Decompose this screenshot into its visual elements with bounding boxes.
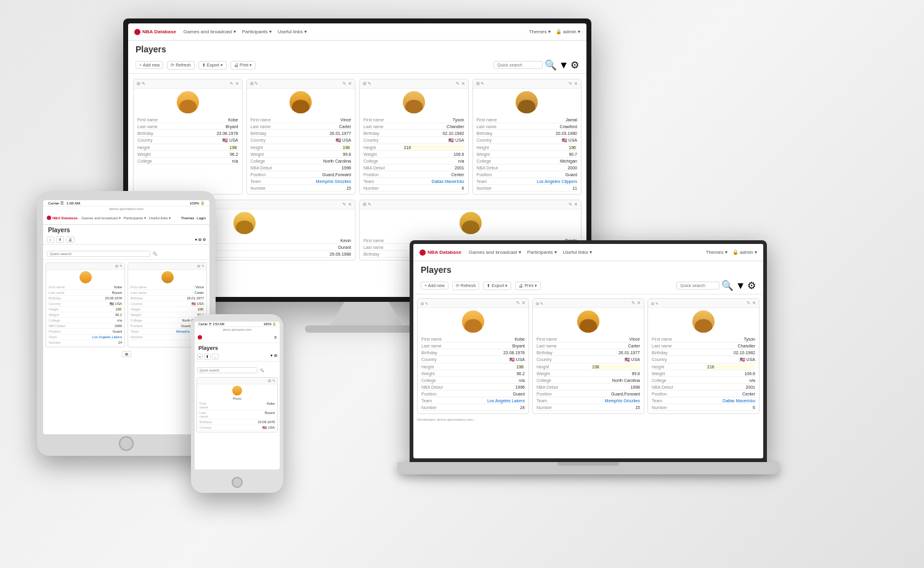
add-new-button[interactable]: + Add new bbox=[421, 282, 448, 290]
field-weight: Weight99.8 bbox=[251, 151, 352, 158]
tablet-home-button[interactable] bbox=[119, 436, 134, 451]
edit-icon[interactable]: ✎ bbox=[230, 81, 233, 86]
filter-icon[interactable]: ▼ bbox=[736, 280, 745, 291]
field-number: Number11 bbox=[477, 185, 578, 192]
export-btn[interactable]: ⬆ bbox=[56, 236, 64, 243]
add-btn[interactable]: + bbox=[47, 237, 54, 243]
card-type-icon: ⊞ ✎ bbox=[250, 81, 259, 86]
delete-icon[interactable]: ✕ bbox=[574, 202, 578, 207]
delete-icon[interactable]: ✕ bbox=[348, 81, 352, 86]
edit-icon[interactable]: ✎ bbox=[272, 379, 275, 383]
nav-games[interactable]: Games and broadcast ▾ bbox=[184, 29, 236, 34]
card-header: ⊞ ✎ bbox=[197, 378, 277, 384]
delete-icon[interactable]: ✕ bbox=[522, 301, 525, 306]
player-card-vince: ⊞ ✎✎✕ First nameVince Last nameCarter Bi… bbox=[532, 298, 644, 414]
desktop-navbar: NBA Database Games and broadcast ▾ Parti… bbox=[128, 23, 586, 41]
nav-participants[interactable]: Participants ▾ bbox=[124, 216, 146, 220]
delete-icon[interactable]: ✕ bbox=[348, 202, 352, 207]
pagination: ⊞ bbox=[43, 350, 209, 359]
nav-useful[interactable]: Useful links ▾ bbox=[278, 29, 307, 34]
nav-games[interactable]: Games and broadcast ▾ bbox=[81, 216, 121, 220]
edit-icon[interactable]: ✎ bbox=[631, 301, 635, 306]
nav-games[interactable]: Games and broadcast ▾ bbox=[469, 250, 521, 255]
themes[interactable]: Themes bbox=[181, 216, 195, 220]
battery: 100% 🔋 bbox=[264, 322, 276, 326]
delete-icon[interactable]: ✕ bbox=[235, 81, 239, 86]
card-header: ⊞ ✎ bbox=[128, 263, 206, 270]
desktop-cards-grid: ⊞ ✎ ✎ ✕ First nameKobe Last bbox=[128, 74, 586, 200]
delete-icon[interactable]: ✕ bbox=[637, 301, 641, 306]
field-position: PositionCenter bbox=[363, 171, 464, 178]
edit-icon[interactable]: ✎ bbox=[201, 264, 205, 268]
export-btn[interactable]: ⬆ bbox=[204, 354, 211, 360]
page-title: Players bbox=[413, 261, 763, 277]
export-button[interactable]: ⬆ Export ▾ bbox=[483, 282, 511, 290]
delete-icon[interactable]: ✕ bbox=[574, 81, 578, 86]
filter-icon[interactable]: ▼ ⊞ bbox=[270, 354, 277, 360]
edit-icon[interactable]: ✎ bbox=[342, 81, 346, 86]
field-college: Collegen/a bbox=[137, 158, 238, 164]
phone-home-button[interactable] bbox=[232, 477, 243, 488]
avatar bbox=[233, 212, 256, 234]
phone-search[interactable] bbox=[197, 367, 257, 373]
nav-useful[interactable]: Useful links ▾ bbox=[563, 250, 592, 255]
nav-links[interactable]: Games and broadcast ▾ Participants ▾ Use… bbox=[184, 29, 307, 34]
login[interactable]: Login bbox=[197, 216, 206, 220]
search-icon[interactable]: 🔍 bbox=[153, 252, 157, 256]
tablet: Carrier ☰ 1:06 AM 100% 🔋 demo.ajxmastro.… bbox=[37, 191, 216, 456]
search-icon[interactable]: 🔍 bbox=[545, 59, 557, 71]
field-height: Height198 bbox=[137, 144, 238, 151]
tablet-nav[interactable]: Games and broadcast ▾ Participants ▾ Use… bbox=[81, 216, 171, 220]
player-photo bbox=[477, 91, 578, 113]
avatar bbox=[177, 91, 199, 113]
refresh-button[interactable]: ⟳ Refresh bbox=[167, 61, 194, 70]
search-icon[interactable]: 🔍 bbox=[721, 280, 734, 291]
delete-icon[interactable]: ✕ bbox=[752, 301, 756, 306]
brand bbox=[198, 335, 202, 339]
laptop-notch bbox=[557, 462, 619, 466]
columns-icon[interactable]: ⚙ bbox=[747, 280, 756, 291]
field-number: Number15 bbox=[251, 185, 352, 192]
page-icon[interactable]: ⊞ bbox=[122, 351, 131, 357]
field-team: TeamDallas Mavericks bbox=[363, 178, 464, 185]
edit-icon[interactable]: ✎ bbox=[747, 301, 750, 306]
edit-icon[interactable]: ✎ bbox=[120, 264, 123, 268]
edit-icon[interactable]: ✎ bbox=[516, 301, 520, 306]
field-position: PositionGuard bbox=[477, 171, 578, 178]
edit-icon[interactable]: ✎ bbox=[456, 81, 460, 86]
delete-icon[interactable]: ✕ bbox=[461, 81, 465, 86]
filter-icon[interactable]: ▼ ⊞ ⚙ bbox=[195, 238, 206, 241]
edit-icon[interactable]: ✎ bbox=[569, 81, 572, 86]
more-btn[interactable]: ... bbox=[212, 354, 219, 360]
search-input[interactable] bbox=[493, 61, 543, 69]
nav-links[interactable]: Games and broadcast ▾ Participants ▾ Use… bbox=[469, 250, 592, 255]
edit-icon[interactable]: ✎ bbox=[569, 202, 572, 207]
view-icon[interactable]: ⊞ bbox=[197, 264, 200, 268]
print-button[interactable]: 🖨 Print ▾ bbox=[515, 282, 540, 290]
tablet-search[interactable] bbox=[47, 251, 150, 257]
view-icon[interactable]: ⊞ bbox=[268, 379, 271, 383]
edit-icon[interactable]: ✎ bbox=[342, 202, 346, 207]
add-btn[interactable]: + bbox=[197, 354, 203, 360]
nav-participants[interactable]: Participants ▾ bbox=[242, 29, 272, 34]
themes-menu[interactable]: Themes ▾ bbox=[706, 250, 727, 255]
admin-menu[interactable]: 🔒 admin ▾ bbox=[732, 250, 757, 255]
avatar bbox=[161, 271, 174, 283]
search-icon[interactable]: 🔍 bbox=[260, 368, 264, 372]
filter-icon[interactable]: ▼ bbox=[559, 60, 569, 71]
admin-menu[interactable]: 🔒 admin ▾ bbox=[556, 29, 580, 34]
export-button[interactable]: ⬆ Export ▾ bbox=[198, 61, 227, 70]
nav-participants[interactable]: Participants ▾ bbox=[527, 250, 557, 255]
menu-icon[interactable]: ☰ bbox=[274, 336, 277, 339]
print-btn[interactable]: 🖨 bbox=[66, 237, 75, 243]
nav-useful[interactable]: Useful links ▾ bbox=[149, 216, 171, 220]
add-new-button[interactable]: + Add new bbox=[136, 61, 163, 69]
print-button[interactable]: 🖨 Print ▾ bbox=[230, 61, 256, 70]
field-team: TeamMemphis Grizzlies bbox=[251, 178, 352, 185]
refresh-button[interactable]: ⟳ Refresh bbox=[452, 282, 479, 290]
view-icon[interactable]: ⊞ bbox=[115, 264, 118, 268]
columns-icon[interactable]: ⚙ bbox=[570, 59, 579, 71]
field-height: Height216 bbox=[363, 144, 464, 151]
themes-menu[interactable]: Themes ▾ bbox=[529, 29, 551, 34]
search-input[interactable] bbox=[676, 282, 719, 290]
